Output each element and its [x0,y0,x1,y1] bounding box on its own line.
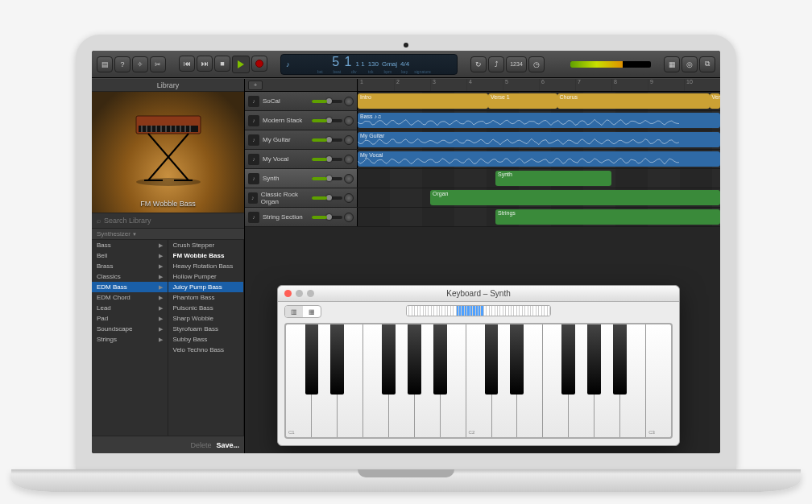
track-row[interactable]: ♪My VocalMy Vocal [245,150,720,169]
library-item[interactable]: Pad▶ [92,313,168,324]
region[interactable]: Strings [495,209,720,225]
keyboard-mode-toggle[interactable]: ▥ ▦ [284,305,321,318]
black-key[interactable] [587,324,601,395]
count-in-button[interactable]: 1234 [506,56,527,72]
track-pan-knob[interactable] [344,97,354,106]
track-pan-knob[interactable] [344,116,354,126]
black-key[interactable] [433,324,447,395]
library-toggle-button[interactable]: ▤ [97,56,113,72]
track-pan-knob[interactable] [344,174,354,184]
track-header[interactable]: ♪Classic Rock Organ [245,188,358,207]
black-key[interactable] [561,324,575,395]
region[interactable]: Bass ♪♫ [358,113,720,128]
library-item[interactable]: Styrofoam Bass [168,324,244,334]
track-lane[interactable]: Synth [358,169,720,188]
play-button[interactable] [232,56,250,73]
library-search-input[interactable] [104,217,239,225]
track-volume-slider[interactable] [312,177,342,180]
library-category-header[interactable]: Synthesizer ▼ [92,229,244,240]
library-item[interactable]: Sharp Wobble [168,313,244,324]
black-key[interactable] [613,324,627,395]
black-key[interactable] [382,324,396,395]
track-lane[interactable]: Bass ♪♫ [358,111,720,130]
track-pan-knob[interactable] [344,193,354,203]
tuner-button[interactable]: ⤴ [488,56,504,72]
black-key[interactable] [408,324,421,395]
track-lane[interactable]: Organ [358,188,720,207]
track-row[interactable]: ♪Classic Rock OrganOrgan [245,188,720,208]
library-item[interactable]: Lead▶ [92,303,168,313]
keyboard-range-selector[interactable] [406,305,551,316]
library-item[interactable]: Pulsonic Bass [168,303,244,313]
track-header[interactable]: ♪My Vocal [245,150,358,168]
track-volume-slider[interactable] [312,100,342,103]
track-lane[interactable]: IntroVerse 1ChorusVerse [358,92,720,110]
region[interactable]: Chorus [557,93,710,109]
library-column-2[interactable]: Crush StepperFM Wobble BassHeavy Rotatio… [168,240,245,436]
track-volume-slider[interactable] [312,158,342,161]
metronome-button[interactable]: ◷ [528,56,545,72]
black-key[interactable] [510,324,524,395]
track-row[interactable]: ♪My GuitarMy Guitar [245,130,720,150]
track-volume-slider[interactable] [312,196,342,200]
delete-button[interactable]: Delete [190,441,211,449]
piano-keyboard[interactable]: C1C2C3 [286,324,671,437]
forward-button[interactable]: ⏭ [197,56,213,72]
track-volume-slider[interactable] [312,119,342,122]
track-volume-slider[interactable] [312,216,342,219]
rewind-button[interactable]: ⏮ [179,56,195,72]
region[interactable]: Organ [430,190,720,205]
track-row[interactable]: ♪SoCalIntroVerse 1ChorusVerse [245,92,720,111]
region[interactable]: Verse [710,93,721,109]
library-item[interactable]: Bell▶ [92,250,168,261]
help-button[interactable]: ? [114,56,130,72]
track-volume-slider[interactable] [312,138,342,142]
library-item[interactable]: EDM Chord▶ [92,292,168,303]
region[interactable]: Verse 1 [488,93,557,109]
keyboard-mode-typing[interactable]: ▦ [303,306,321,317]
library-item[interactable]: Crush Stepper [168,240,244,250]
master-volume-meter[interactable] [570,61,651,68]
library-item[interactable]: Juicy Pump Bass [168,282,244,292]
region[interactable]: My Vocal [358,151,720,167]
track-pan-knob[interactable] [344,213,354,222]
region[interactable]: My Guitar [358,132,720,147]
track-lane[interactable]: My Vocal [358,150,720,168]
media-button[interactable]: ⧉ [699,56,715,72]
add-track-button[interactable]: + [248,81,263,90]
track-row[interactable]: ♪Modern StackBass ♪♫ [245,111,720,130]
track-header[interactable]: ♪Modern Stack [245,111,358,130]
keyboard-mode-musical[interactable]: ▥ [285,306,303,317]
stop-button[interactable]: ■ [214,56,230,72]
keyboard-titlebar[interactable]: Keyboard – Synth [278,286,679,302]
black-key[interactable] [485,324,499,395]
track-pan-knob[interactable] [344,155,354,164]
library-item[interactable]: Phantom Bass [168,292,244,303]
library-item[interactable]: Strings▶ [92,334,168,345]
library-item[interactable]: Velo Techno Bass [168,345,244,355]
editor-button[interactable]: ✂ [150,56,166,72]
track-header[interactable]: ♪Synth [245,169,358,188]
track-pan-knob[interactable] [344,135,354,145]
black-key[interactable] [330,324,344,395]
bar-ruler[interactable]: 12345678910 [358,79,720,91]
cycle-button[interactable]: ↻ [470,56,487,72]
library-item[interactable]: Bass▶ [92,240,168,250]
library-search[interactable]: ⌕ [92,213,244,229]
track-lane[interactable]: Strings [358,208,720,226]
library-item[interactable]: EDM Bass▶ [92,282,168,292]
keyboard-window[interactable]: Keyboard – Synth ▥ ▦ C1C2C3 [277,285,680,446]
track-row[interactable]: ♪SynthSynth [245,169,720,188]
library-item[interactable]: Classics▶ [92,271,168,282]
track-header[interactable]: ♪My Guitar [245,130,358,149]
save-button[interactable]: Save... [216,441,239,449]
region[interactable]: Synth [495,171,611,186]
library-item[interactable]: Hollow Pumper [168,271,244,282]
library-item[interactable]: Heavy Rotation Bass [168,261,244,271]
smart-controls-button[interactable]: ✧ [132,56,148,72]
library-item[interactable]: Subby Bass [168,334,244,345]
lcd-display[interactable]: ♪ 5 1 1 1 130 Gmaj 4/4 bstbeatdivtckbpmk… [280,54,458,75]
track-header[interactable]: ♪SoCal [245,92,358,110]
region[interactable]: Intro [358,93,488,109]
track-header[interactable]: ♪String Section [245,208,358,226]
